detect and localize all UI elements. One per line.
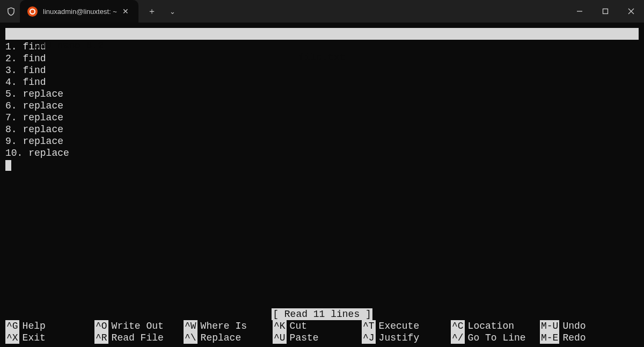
shortcut-key: ^U xyxy=(273,332,287,344)
file-line: 5. replace xyxy=(5,88,639,100)
shortcut-label: Go To Line xyxy=(465,332,526,344)
shortcut-key: ^/ xyxy=(451,332,465,344)
window-controls xyxy=(567,0,644,23)
nano-header: GNU nano 6.2 file.txt xyxy=(5,28,639,40)
file-line: 7. replace xyxy=(5,112,639,124)
file-line: 9. replace xyxy=(5,135,639,147)
shortcut-label: Read File xyxy=(108,332,164,344)
shortcut[interactable]: M-ERedo xyxy=(540,332,629,344)
shortcut-key: ^O xyxy=(94,320,108,332)
shortcut-label: Help xyxy=(19,320,46,332)
shortcut-label: Paste xyxy=(287,332,319,344)
shortcut-key: M-U xyxy=(540,320,559,332)
window-titlebar: linuxadmin@linuxtest: ~ ✕ ＋ ⌄ xyxy=(0,0,644,23)
nano-filename: file.txt xyxy=(299,52,345,63)
shortcut-label: Location xyxy=(465,320,514,332)
nano-app-title: GNU nano 6.2 xyxy=(34,40,104,51)
shortcut-key: ^R xyxy=(94,332,108,344)
titlebar-left: linuxadmin@linuxtest: ~ ✕ ＋ ⌄ xyxy=(0,0,185,23)
shortcut[interactable]: ^RRead File xyxy=(94,332,184,344)
shortcut-row: ^GHelp^OWrite Out^WWhere Is^KCut^TExecut… xyxy=(5,320,639,332)
shortcut-key: ^K xyxy=(273,320,287,332)
shortcut[interactable]: ^WWhere Is xyxy=(184,320,273,332)
shortcut[interactable]: ^/Go To Line xyxy=(451,332,540,344)
terminal-tab[interactable]: linuxadmin@linuxtest: ~ ✕ xyxy=(20,0,138,23)
shortcut-key: ^C xyxy=(451,320,465,332)
shortcut-label: Justify xyxy=(376,332,420,344)
shortcut[interactable]: M-UUndo xyxy=(540,320,629,332)
close-window-button[interactable] xyxy=(618,0,644,23)
minimize-button[interactable] xyxy=(567,0,592,23)
shortcut-label: Exit xyxy=(19,332,46,344)
shortcut-key: ^\ xyxy=(184,332,197,344)
file-line: 10. replace xyxy=(5,147,639,159)
nano-shortcuts: ^GHelp^OWrite Out^WWhere Is^KCut^TExecut… xyxy=(5,320,639,344)
file-line: 3. find xyxy=(5,64,639,76)
shortcut-key: ^J xyxy=(362,332,376,344)
shortcut[interactable]: ^CLocation xyxy=(451,320,540,332)
shortcut[interactable]: ^JJustify xyxy=(362,332,451,344)
shortcut-key: M-E xyxy=(540,332,559,344)
new-tab-button[interactable]: ＋ xyxy=(143,6,161,17)
file-line: 8. replace xyxy=(5,124,639,135)
shortcut[interactable]: ^TExecute xyxy=(362,320,451,332)
shortcut[interactable]: ^GHelp xyxy=(5,320,94,332)
shortcut-label: Execute xyxy=(376,320,420,332)
svg-rect-1 xyxy=(603,9,608,14)
status-text: [ Read 11 lines ] xyxy=(272,308,372,320)
nano-bottom: [ Read 11 lines ] ^GHelp^OWrite Out^WWhe… xyxy=(5,308,639,344)
file-line: 6. replace xyxy=(5,100,639,112)
shield-icon xyxy=(6,7,16,16)
cursor-line xyxy=(5,159,639,171)
ubuntu-icon xyxy=(27,6,38,17)
shortcut[interactable]: ^UPaste xyxy=(273,332,362,344)
shortcut-label: Write Out xyxy=(108,320,164,332)
shortcut-label: Undo xyxy=(559,320,586,332)
maximize-button[interactable] xyxy=(592,0,618,23)
shortcut-label: Cut xyxy=(287,320,307,332)
shortcut[interactable]: ^XExit xyxy=(5,332,94,344)
file-line: 4. find xyxy=(5,76,639,88)
shortcut-label: Replace xyxy=(197,332,241,344)
shortcut[interactable]: ^OWrite Out xyxy=(94,320,184,332)
shortcut[interactable]: ^\Replace xyxy=(184,332,273,344)
nano-status: [ Read 11 lines ] xyxy=(5,308,639,320)
cursor xyxy=(5,160,11,171)
tab-dropdown-icon[interactable]: ⌄ xyxy=(165,8,180,16)
shortcut-row: ^XExit^RRead File^\Replace^UPaste^JJusti… xyxy=(5,332,639,344)
shortcut-key: ^W xyxy=(184,320,197,332)
shortcut-label: Where Is xyxy=(197,320,247,332)
shortcut-key: ^X xyxy=(5,332,19,344)
shortcut[interactable]: ^KCut xyxy=(273,320,362,332)
close-tab-icon[interactable]: ✕ xyxy=(122,7,129,16)
shortcut-key: ^G xyxy=(5,320,19,332)
tab-title: linuxadmin@linuxtest: ~ xyxy=(43,8,117,16)
terminal-body[interactable]: GNU nano 6.2 file.txt 1. find2. find3. f… xyxy=(0,23,644,347)
shortcut-key: ^T xyxy=(362,320,376,332)
shortcut-label: Redo xyxy=(559,332,586,344)
